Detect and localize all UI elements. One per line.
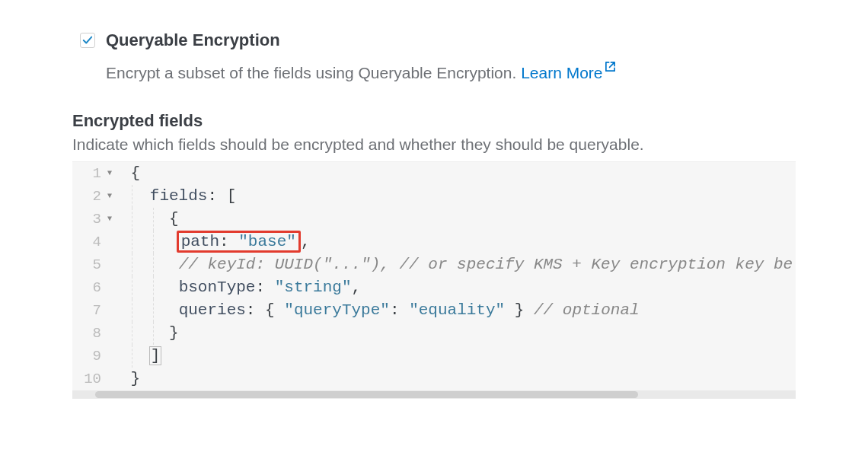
encrypted-fields-title: Encrypted fields xyxy=(72,111,796,131)
code-content[interactable]: path: "base", xyxy=(116,231,796,253)
learn-more-link[interactable]: Learn More xyxy=(521,64,615,81)
highlighted-code: path: "base" xyxy=(177,231,301,253)
line-number: 1▼ xyxy=(72,162,116,185)
line-number: 6 xyxy=(72,276,116,299)
option-title: Queryable Encryption xyxy=(106,30,280,50)
code-content[interactable]: queries: { "queryType": "equality" } // … xyxy=(116,299,796,322)
option-header: Queryable Encryption xyxy=(80,30,796,50)
code-editor[interactable]: 1▼ { 2▼ fields: [ 3▼ { 4 path: "base", 5… xyxy=(72,161,796,399)
code-content[interactable]: } xyxy=(116,368,796,390)
scrollbar-thumb[interactable] xyxy=(95,391,638,398)
encrypted-fields-description: Indicate which fields should be encrypte… xyxy=(72,135,796,154)
code-line: 6 bsonType: "string", xyxy=(72,276,796,299)
option-description-text: Encrypt a subset of the fields using Que… xyxy=(106,64,521,81)
code-line: 9 ] xyxy=(72,345,796,368)
line-number: 2▼ xyxy=(72,185,116,208)
line-number: 5 xyxy=(72,253,116,276)
line-number: 9 xyxy=(72,345,116,368)
code-content[interactable]: ] xyxy=(116,345,796,368)
code-line: 5 // keyId: UUID("..."), // or specify K… xyxy=(72,253,796,276)
code-content[interactable]: bsonType: "string", xyxy=(116,276,796,299)
line-number: 10 xyxy=(72,368,116,390)
horizontal-scrollbar[interactable] xyxy=(72,390,796,399)
check-icon xyxy=(82,35,93,46)
line-number: 7 xyxy=(72,299,116,322)
code-line: 8 } xyxy=(72,322,796,345)
learn-more-text: Learn More xyxy=(521,64,602,81)
line-number: 4 xyxy=(72,231,116,253)
fold-icon[interactable]: ▼ xyxy=(104,162,112,185)
fold-icon[interactable]: ▼ xyxy=(104,185,112,208)
code-line: 7 queries: { "queryType": "equality" } /… xyxy=(72,299,796,322)
option-description: Encrypt a subset of the fields using Que… xyxy=(106,58,796,82)
code-content[interactable]: { xyxy=(116,208,796,231)
code-line: 2▼ fields: [ xyxy=(72,185,796,208)
code-line: 4 path: "base", xyxy=(72,231,796,253)
code-line: 1▼ { xyxy=(72,162,796,185)
code-content[interactable]: // keyId: UUID("..."), // or specify KMS… xyxy=(116,253,796,276)
code-line: 10 } xyxy=(72,368,796,390)
line-number: 3▼ xyxy=(72,208,116,231)
code-content[interactable]: { xyxy=(116,162,796,185)
fold-icon[interactable]: ▼ xyxy=(104,208,112,231)
code-line: 3▼ { xyxy=(72,208,796,231)
code-content[interactable]: } xyxy=(116,322,796,345)
code-content[interactable]: fields: [ xyxy=(116,185,796,208)
line-number: 8 xyxy=(72,322,116,345)
checkbox-queryable-encryption[interactable] xyxy=(80,33,95,48)
external-link-icon xyxy=(605,58,616,76)
